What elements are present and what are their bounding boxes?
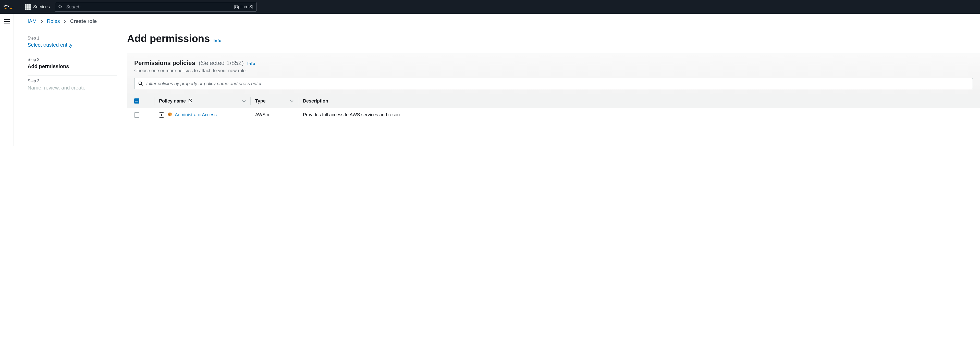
column-header-policy-name[interactable]: Policy name <box>159 98 246 104</box>
policy-name-link[interactable]: AdministratorAccess <box>175 112 217 117</box>
column-header-type[interactable]: Type <box>255 98 293 104</box>
policies-table-header: Policy name Type <box>127 94 980 108</box>
policy-filter-input[interactable]: Filter policies by property or policy na… <box>134 78 973 89</box>
svg-text:aws: aws <box>3 4 10 7</box>
svg-point-3 <box>139 82 142 85</box>
wizard-step-label: Step 1 <box>27 36 117 41</box>
breadcrumb-current: Create role <box>70 18 97 24</box>
select-all-checkbox[interactable] <box>134 98 139 103</box>
wizard-step-1[interactable]: Step 1 Select trusted entity <box>27 33 117 54</box>
breadcrumb: IAM Roles Create role <box>27 18 980 24</box>
top-nav: aws Services Search [Option+S] <box>0 0 980 14</box>
panel-selection-count: (Selected 1/852) <box>199 59 244 67</box>
svg-line-2 <box>61 7 62 9</box>
permissions-policies-panel: Permissions policies (Selected 1/852) In… <box>127 54 980 122</box>
info-link[interactable]: Info <box>247 61 255 66</box>
table-row: + AdministratorAccess AWS m <box>127 108 980 122</box>
main-content: Add permissions Info Permissions policie… <box>127 33 980 122</box>
breadcrumb-iam[interactable]: IAM <box>27 18 37 24</box>
wizard-steps: Step 1 Select trusted entity Step 2 Add … <box>27 33 117 122</box>
breadcrumb-roles[interactable]: Roles <box>47 18 60 24</box>
policy-type: AWS m… <box>255 112 293 117</box>
sort-icon <box>290 98 293 104</box>
wizard-step-2: Step 2 Add permissions <box>27 54 117 76</box>
wizard-step-label: Step 3 <box>27 79 117 83</box>
external-link-icon <box>188 98 192 104</box>
services-label: Services <box>33 4 50 10</box>
aws-managed-policy-icon <box>167 111 173 118</box>
wizard-step-title: Name, review, and create <box>27 85 117 91</box>
nav-divider <box>20 3 20 10</box>
search-icon <box>138 81 143 86</box>
wizard-step-title: Select trusted entity <box>27 42 117 48</box>
wizard-step-3: Step 3 Name, review, and create <box>27 76 117 97</box>
wizard-step-title: Add permissions <box>27 63 117 69</box>
chevron-right-icon <box>64 18 67 24</box>
grid-icon <box>25 4 30 10</box>
services-button[interactable]: Services <box>25 4 50 10</box>
page-title: Add permissions <box>127 33 210 44</box>
svg-line-4 <box>142 84 143 86</box>
search-icon <box>58 5 63 9</box>
wizard-step-label: Step 2 <box>27 57 117 62</box>
policy-description: Provides full access to AWS services and… <box>303 112 973 117</box>
search-shortcut-hint: [Option+S] <box>234 5 253 9</box>
row-checkbox[interactable] <box>134 113 139 117</box>
panel-title: Permissions policies <box>134 59 195 67</box>
expand-row-button[interactable]: + <box>159 113 164 117</box>
aws-logo[interactable]: aws <box>3 3 15 10</box>
side-nav-toggle-area <box>0 14 14 146</box>
hamburger-icon[interactable] <box>4 19 10 24</box>
column-header-description[interactable]: Description <box>303 98 973 104</box>
policy-filter-placeholder: Filter policies by property or policy na… <box>146 81 263 86</box>
search-input[interactable]: Search [Option+S] <box>55 2 256 12</box>
info-link[interactable]: Info <box>213 38 221 43</box>
panel-description: Choose one or more policies to attach to… <box>134 68 973 73</box>
chevron-right-icon <box>40 18 43 24</box>
svg-point-1 <box>59 5 62 8</box>
search-placeholder: Search <box>66 4 231 10</box>
sort-icon <box>242 98 246 104</box>
